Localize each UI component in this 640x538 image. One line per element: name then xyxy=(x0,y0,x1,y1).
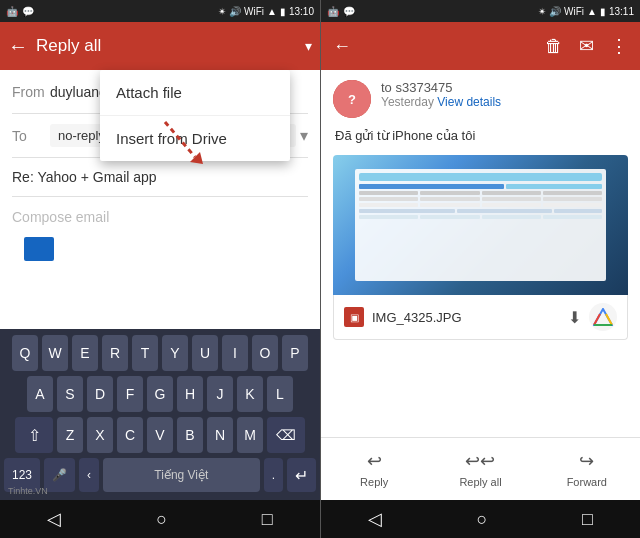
email-date: Yesterday View details xyxy=(381,95,628,109)
key-y[interactable]: Y xyxy=(162,335,188,371)
email-to: to s3373475 xyxy=(381,80,628,95)
action-buttons: ↩ Reply ↩↩ Reply all ↪ Forward xyxy=(321,437,640,500)
key-n[interactable]: N xyxy=(207,417,233,453)
time-right-wrapper: ✴ 🔊 WiFi ▲ ▮ 13:11 xyxy=(538,6,634,17)
space-key[interactable]: Tiếng Việt xyxy=(103,458,260,492)
reply-button[interactable]: ↩ Reply xyxy=(321,446,427,492)
key-a[interactable]: A xyxy=(27,376,53,412)
email-content: ? to s3373475 Yesterday View details Đã … xyxy=(321,70,640,437)
key-t[interactable]: T xyxy=(132,335,158,371)
key-e[interactable]: E xyxy=(72,335,98,371)
status-icons-right: 🤖 💬 xyxy=(327,6,355,17)
pointer-arrow xyxy=(155,112,215,172)
back-nav-btn[interactable]: ◁ xyxy=(47,508,61,530)
key-f[interactable]: F xyxy=(117,376,143,412)
bluetooth-icon: ✴ xyxy=(218,6,226,17)
attachment-file-icon: ▣ xyxy=(344,307,364,327)
home-nav-btn-right[interactable]: ○ xyxy=(477,509,488,530)
forward-button[interactable]: ↪ Forward xyxy=(534,446,640,492)
svg-marker-1 xyxy=(190,152,203,164)
drive-icon[interactable] xyxy=(589,303,617,331)
subject-text: Re: Yahoo + Gmail app xyxy=(12,169,157,185)
top-bar-left: ← Reply all ▾ xyxy=(0,22,320,70)
key-j[interactable]: J xyxy=(207,376,233,412)
key-z[interactable]: Z xyxy=(57,417,83,453)
attach-file-menu-item[interactable]: Attach file xyxy=(100,70,290,116)
keyboard-row-1: Q W E R T Y U I O P xyxy=(4,335,316,371)
back-nav-btn-right[interactable]: ◁ xyxy=(368,508,382,530)
right-panel: 🤖 💬 ✴ 🔊 WiFi ▲ ▮ 13:11 ← 🗑 ✉ ⋮ ? xyxy=(321,0,640,538)
key-i[interactable]: I xyxy=(222,335,248,371)
key-k[interactable]: K xyxy=(237,376,263,412)
time-left: 13:10 xyxy=(289,6,314,17)
messenger-icon-right: 💬 xyxy=(343,6,355,17)
attachment-filename: IMG_4325.JPG xyxy=(372,310,560,325)
key-p[interactable]: P xyxy=(282,335,308,371)
forward-label: Forward xyxy=(567,476,607,488)
key-h[interactable]: H xyxy=(177,376,203,412)
home-nav-btn[interactable]: ○ xyxy=(156,509,167,530)
key-b[interactable]: B xyxy=(177,417,203,453)
android-icon: 🤖 xyxy=(6,6,18,17)
compose-area[interactable]: Compose email xyxy=(12,197,308,237)
status-left-icons: 🤖 💬 xyxy=(6,6,34,17)
period-key[interactable]: . xyxy=(264,458,283,492)
keyboard-row-4: 123 🎤 ‹ Tiếng Việt . ↵ xyxy=(4,458,316,492)
enter-key[interactable]: ↵ xyxy=(287,458,316,492)
attachment-image xyxy=(333,155,628,295)
key-q[interactable]: Q xyxy=(12,335,38,371)
from-label: From xyxy=(12,84,50,100)
svg-line-0 xyxy=(165,122,195,157)
dropdown-arrow-icon[interactable]: ▾ xyxy=(305,38,312,54)
battery-icon-right: ▮ xyxy=(600,6,606,17)
key-v[interactable]: V xyxy=(147,417,173,453)
to-dropdown-icon[interactable]: ▾ xyxy=(300,126,308,145)
mic-key[interactable]: 🎤 xyxy=(44,458,75,492)
key-x[interactable]: X xyxy=(87,417,113,453)
battery-icon: ▮ xyxy=(280,6,286,17)
reply-all-button[interactable]: ↩↩ Reply all xyxy=(427,446,533,492)
sender-avatar: ? xyxy=(333,80,371,118)
key-m[interactable]: M xyxy=(237,417,263,453)
to-label: To xyxy=(12,128,50,144)
signal-icon: ▲ xyxy=(267,6,277,17)
more-options-button[interactable]: ⋮ xyxy=(610,35,628,57)
reply-label: Reply xyxy=(360,476,388,488)
key-u[interactable]: U xyxy=(192,335,218,371)
back-button-right[interactable]: ← xyxy=(333,36,351,57)
mail-button[interactable]: ✉ xyxy=(579,35,594,57)
dots-key[interactable]: ‹ xyxy=(79,458,99,492)
forward-icon: ↪ xyxy=(579,450,594,472)
keyboard-row-3: ⇧ Z X C V B N M ⌫ xyxy=(4,417,316,453)
status-right: ✴ 🔊 WiFi ▲ ▮ 13:10 xyxy=(218,6,314,17)
recent-nav-btn[interactable]: □ xyxy=(262,509,273,530)
backspace-key[interactable]: ⌫ xyxy=(267,417,305,453)
view-details-link[interactable]: View details xyxy=(437,95,501,109)
key-d[interactable]: D xyxy=(87,376,113,412)
wifi-icon-right: WiFi xyxy=(564,6,584,17)
key-r[interactable]: R xyxy=(102,335,128,371)
signature-bar xyxy=(24,237,54,261)
messenger-icon: 💬 xyxy=(22,6,34,17)
recent-nav-btn-right[interactable]: □ xyxy=(582,509,593,530)
reply-all-label: Reply all xyxy=(459,476,501,488)
download-icon[interactable]: ⬇ xyxy=(568,308,581,327)
left-panel: 🤖 💬 ✴ 🔊 WiFi ▲ ▮ 13:10 ← Reply all ▾ Att… xyxy=(0,0,320,538)
status-bar-right: 🤖 💬 ✴ 🔊 WiFi ▲ ▮ 13:11 xyxy=(321,0,640,22)
wifi-icon: WiFi xyxy=(244,6,264,17)
key-s[interactable]: S xyxy=(57,376,83,412)
keyboard: Q W E R T Y U I O P A S D F G H J K L ⇧ … xyxy=(0,329,320,500)
watermark: Tinhte.VN xyxy=(8,486,48,496)
reply-icon: ↩ xyxy=(367,450,382,472)
key-l[interactable]: L xyxy=(267,376,293,412)
image-preview xyxy=(355,169,606,281)
svg-line-7 xyxy=(606,314,612,325)
key-c[interactable]: C xyxy=(117,417,143,453)
shift-key[interactable]: ⇧ xyxy=(15,417,53,453)
bluetooth-icon-right: ✴ xyxy=(538,6,546,17)
key-w[interactable]: W xyxy=(42,335,68,371)
back-button[interactable]: ← xyxy=(8,35,28,58)
key-o[interactable]: O xyxy=(252,335,278,371)
key-g[interactable]: G xyxy=(147,376,173,412)
delete-button[interactable]: 🗑 xyxy=(545,36,563,57)
